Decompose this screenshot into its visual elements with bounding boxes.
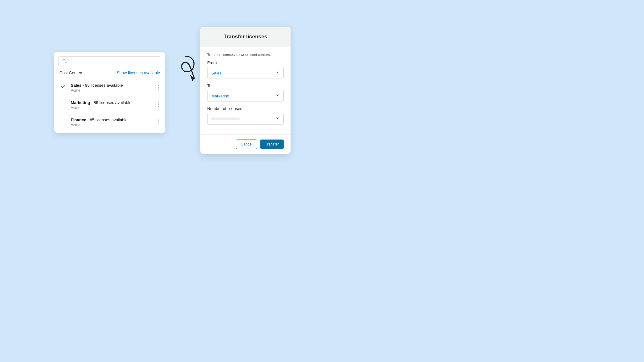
transfer-button[interactable]: Transfer: [260, 140, 284, 149]
number-of-licenses-label: Number of licenses: [207, 106, 284, 111]
svg-line-1: [65, 62, 66, 63]
org-name: Acme: [71, 123, 155, 127]
license-availability: 85 licenses available: [90, 118, 128, 122]
check-icon: [59, 83, 67, 89]
cost-centers-header: Cost Centers Show licenses available: [54, 70, 165, 79]
row-body: Finance - 85 licenses available Acme: [67, 118, 155, 127]
svg-point-7: [158, 106, 159, 107]
cost-center-name: Marketing: [71, 100, 90, 105]
from-select[interactable]: Sales: [207, 67, 284, 79]
check-placeholder: [59, 118, 67, 118]
org-name: Acme: [71, 106, 155, 110]
cost-centers-panel: Cost Centers Show licenses available Sal…: [54, 52, 165, 133]
to-value: Marketing: [211, 94, 229, 98]
row-title: Finance - 85 licenses available: [71, 118, 155, 122]
check-placeholder: [59, 100, 67, 101]
svg-point-0: [63, 60, 65, 62]
dialog-body: Transfer licenses between cost centers. …: [200, 47, 291, 134]
from-label: From: [207, 60, 284, 65]
more-options-button[interactable]: [155, 83, 162, 90]
cost-center-name: Sales: [71, 83, 81, 88]
row-title: Sales - 85 licenses available: [71, 83, 155, 88]
svg-point-9: [158, 122, 159, 123]
svg-point-5: [158, 102, 159, 103]
svg-point-4: [158, 89, 159, 90]
license-availability: 85 licenses available: [85, 83, 123, 88]
org-name: Acme: [71, 88, 155, 93]
cancel-button[interactable]: Cancel: [236, 140, 257, 149]
more-options-button[interactable]: [155, 100, 162, 107]
svg-point-2: [158, 85, 159, 86]
cost-center-row[interactable]: Finance - 85 licenses available Acme: [54, 114, 165, 133]
svg-point-6: [158, 104, 159, 105]
to-select[interactable]: Marketing: [207, 90, 284, 102]
cost-center-name: Finance: [71, 118, 86, 122]
chevron-down-icon: [275, 116, 280, 122]
transfer-licenses-dialog: Transfer licenses Transfer licenses betw…: [200, 27, 291, 154]
show-licenses-link[interactable]: Show licenses available: [117, 70, 160, 75]
number-of-licenses-select[interactable]: [207, 113, 284, 125]
flow-arrow-icon: [170, 52, 204, 92]
cost-center-row[interactable]: Sales - 85 licenses available Acme: [54, 79, 165, 96]
search-icon: [62, 59, 67, 65]
row-body: Sales - 85 licenses available Acme: [67, 83, 155, 93]
row-body: Marketing - 85 licenses available Acme: [67, 100, 155, 110]
row-title: Marketing - 85 licenses available: [71, 100, 155, 105]
dialog-title: Transfer licenses: [203, 34, 287, 40]
dialog-header: Transfer licenses: [200, 27, 291, 47]
search-container: [54, 52, 165, 70]
cost-centers-title: Cost Centers: [59, 70, 83, 75]
license-availability: 85 licenses available: [94, 100, 131, 105]
dialog-footer: Cancel Transfer: [200, 134, 291, 154]
chevron-down-icon: [275, 93, 280, 99]
more-options-button[interactable]: [155, 118, 162, 124]
svg-point-8: [158, 120, 159, 121]
search-input[interactable]: [69, 59, 158, 64]
svg-point-10: [158, 123, 159, 124]
to-label: To: [207, 83, 284, 88]
from-value: Sales: [211, 71, 222, 75]
svg-point-3: [158, 87, 159, 88]
dialog-description: Transfer licenses between cost centers.: [207, 53, 284, 57]
search-box[interactable]: [58, 56, 161, 67]
empty-placeholder: [211, 118, 240, 120]
cost-center-row[interactable]: Marketing - 85 licenses available Acme: [54, 96, 165, 114]
chevron-down-icon: [275, 70, 280, 76]
